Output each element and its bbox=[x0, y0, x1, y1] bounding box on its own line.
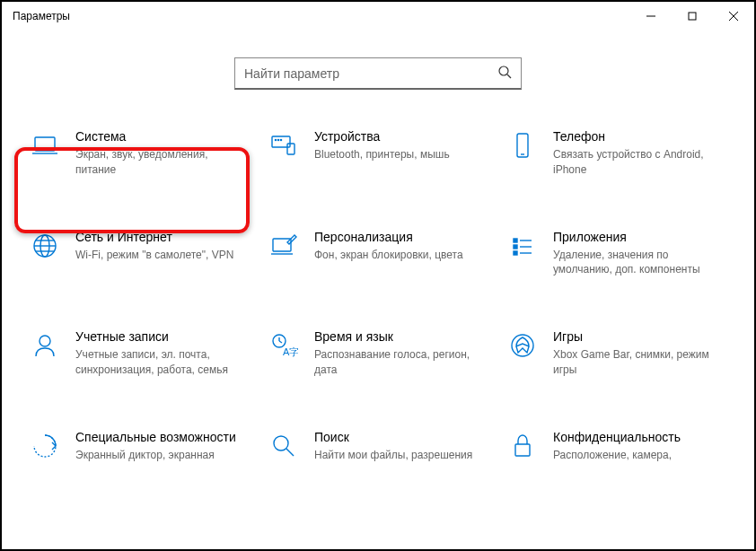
tile-network[interactable]: Сеть и Интернет Wi-Fi, режим "в самолете… bbox=[29, 226, 250, 282]
tile-title: Время и язык bbox=[314, 329, 488, 344]
svg-point-4 bbox=[499, 66, 508, 75]
accounts-icon bbox=[29, 329, 61, 362]
tile-desc: Экранный диктор, экранная bbox=[75, 448, 250, 463]
tile-desc: Wi-Fi, режим "в самолете", VPN bbox=[75, 248, 250, 263]
tile-desc: Удаление, значения по умолчанию, доп. ко… bbox=[553, 248, 727, 278]
svg-rect-1 bbox=[689, 13, 696, 20]
tile-desc: Учетные записи, эл. почта, синхронизация… bbox=[75, 347, 250, 378]
tile-phone[interactable]: Телефон Связать устройство с Android, iP… bbox=[506, 126, 727, 181]
close-button[interactable] bbox=[713, 2, 754, 31]
tile-personalization[interactable]: Персонализация Фон, экран блокировки, цв… bbox=[268, 226, 488, 282]
search-icon bbox=[497, 65, 512, 83]
tile-title: Специальные возможности bbox=[75, 430, 250, 444]
tile-privacy[interactable]: Конфиденциальность Расположение, камера, bbox=[506, 426, 727, 467]
tile-title: Конфиденциальность bbox=[553, 430, 727, 444]
tile-devices[interactable]: Устройства Bluetooth, принтеры, мышь bbox=[268, 126, 488, 181]
tile-title: Устройства bbox=[314, 129, 488, 144]
svg-rect-13 bbox=[517, 134, 528, 157]
svg-line-5 bbox=[507, 74, 511, 78]
tile-desc: Найти мои файлы, разрешения bbox=[314, 448, 488, 463]
tile-desc: Распознавание голоса, регион, дата bbox=[314, 347, 488, 378]
tile-title: Учетные записи bbox=[75, 329, 250, 344]
tile-title: Поиск bbox=[314, 430, 488, 444]
tile-title: Приложения bbox=[553, 230, 727, 244]
tile-desc: Расположение, камера, bbox=[553, 448, 727, 463]
tile-desc: Фон, экран блокировки, цвета bbox=[314, 248, 488, 263]
tile-title: Персонализация bbox=[314, 230, 488, 244]
tile-desc: Связать устройство с Android, iPhone bbox=[553, 147, 727, 178]
privacy-icon bbox=[506, 430, 539, 462]
tile-system[interactable]: Система Экран, звук, уведомления, питани… bbox=[29, 126, 250, 181]
svg-rect-24 bbox=[514, 245, 517, 249]
tile-desc: Xbox Game Bar, снимки, режим игры bbox=[553, 347, 727, 378]
svg-point-11 bbox=[277, 139, 278, 140]
window-title: Параметры bbox=[13, 10, 70, 22]
personalization-icon bbox=[268, 230, 300, 262]
tile-title: Игры bbox=[553, 329, 727, 344]
tile-desc: Bluetooth, принтеры, мышь bbox=[314, 147, 488, 162]
minimize-button[interactable] bbox=[630, 2, 672, 31]
gaming-icon bbox=[506, 329, 539, 362]
network-icon bbox=[29, 230, 61, 262]
tile-time-language[interactable]: A字 Время и язык Распознавание голоса, ре… bbox=[268, 326, 488, 381]
svg-line-31 bbox=[279, 341, 282, 343]
apps-icon bbox=[506, 230, 539, 262]
tile-accessibility[interactable]: Специальные возможности Экранный диктор,… bbox=[29, 426, 250, 467]
tile-title: Телефон bbox=[553, 129, 727, 144]
svg-text:A字: A字 bbox=[283, 346, 298, 357]
svg-rect-6 bbox=[35, 137, 55, 151]
svg-line-35 bbox=[286, 449, 294, 456]
svg-rect-26 bbox=[514, 251, 517, 255]
window-titlebar: Параметры bbox=[2, 2, 754, 31]
svg-point-28 bbox=[40, 336, 50, 346]
tile-title: Сеть и Интернет bbox=[75, 230, 250, 244]
svg-rect-22 bbox=[514, 239, 517, 242]
svg-rect-36 bbox=[515, 444, 530, 456]
svg-point-12 bbox=[280, 139, 281, 140]
search-tile-icon bbox=[268, 430, 300, 462]
devices-icon bbox=[268, 129, 300, 162]
tile-title: Система bbox=[75, 129, 250, 144]
search-box[interactable] bbox=[234, 57, 522, 90]
tile-gaming[interactable]: Игры Xbox Game Bar, снимки, режим игры bbox=[506, 326, 727, 381]
settings-grid: Система Экран, звук, уведомления, питани… bbox=[2, 126, 754, 467]
phone-icon bbox=[506, 129, 539, 162]
svg-point-34 bbox=[274, 436, 288, 450]
search-input[interactable] bbox=[244, 66, 497, 81]
tile-accounts[interactable]: Учетные записи Учетные записи, эл. почта… bbox=[29, 326, 250, 381]
svg-point-10 bbox=[275, 139, 276, 140]
tile-apps[interactable]: Приложения Удаление, значения по умолчан… bbox=[506, 226, 727, 282]
accessibility-icon bbox=[29, 430, 61, 462]
tile-search[interactable]: Поиск Найти мои файлы, разрешения bbox=[268, 426, 488, 467]
maximize-button[interactable] bbox=[672, 2, 713, 31]
tile-desc: Экран, звук, уведомления, питание bbox=[75, 147, 250, 178]
time-language-icon: A字 bbox=[268, 329, 300, 362]
svg-rect-9 bbox=[287, 144, 294, 154]
system-icon bbox=[29, 129, 61, 162]
